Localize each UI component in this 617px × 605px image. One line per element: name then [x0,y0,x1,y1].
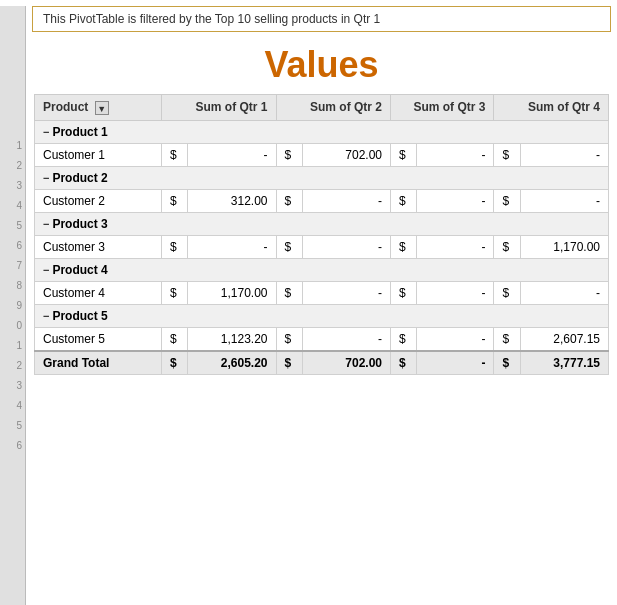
gt-q1-dollar: $ [162,351,188,375]
collapse-icon[interactable]: − [43,126,49,138]
q3-value: - [417,143,494,166]
q2-value: - [302,235,390,258]
gt-q3-dollar: $ [391,351,417,375]
q2-dollar: $ [276,143,302,166]
q1-dollar: $ [162,235,188,258]
table-row: −Product 2 [35,166,609,189]
col-header-q4: Sum of Qtr 4 [494,95,609,121]
col-header-product: Product ▼ [35,95,162,121]
q2-value: - [302,281,390,304]
q4-dollar: $ [494,235,520,258]
q1-dollar: $ [162,143,188,166]
product-label: −Product 5 [35,304,609,327]
q2-value: - [302,189,390,212]
q2-dollar: $ [276,327,302,351]
customer-label: Customer 2 [35,189,162,212]
table-row: −Product 4 [35,258,609,281]
gt-q2-value: 702.00 [302,351,390,375]
q2-dollar: $ [276,235,302,258]
q4-value: - [520,143,608,166]
table-row: −Product 5 [35,304,609,327]
q4-dollar: $ [494,189,520,212]
table-row: Customer 4 $ 1,170.00 $ - $ - $ - [35,281,609,304]
customer-label: Customer 5 [35,327,162,351]
q2-dollar: $ [276,281,302,304]
q1-dollar: $ [162,327,188,351]
customer-label: Customer 3 [35,235,162,258]
product-label: −Product 4 [35,258,609,281]
q1-value: 1,170.00 [188,281,276,304]
notice-text: This PivotTable is filtered by the Top 1… [43,12,380,26]
pivot-table-wrapper: Product ▼ Sum of Qtr 1 Sum of Qtr 2 Sum … [26,94,617,375]
q3-dollar: $ [391,143,417,166]
table-row: Customer 3 $ - $ - $ - $ 1,170.00 [35,235,609,258]
q2-value: 702.00 [302,143,390,166]
customer-label: Customer 4 [35,281,162,304]
col-header-q3: Sum of Qtr 3 [391,95,494,121]
pivot-table: Product ▼ Sum of Qtr 1 Sum of Qtr 2 Sum … [34,94,609,375]
product-label: −Product 2 [35,166,609,189]
q1-value: 312.00 [188,189,276,212]
product-label: −Product 1 [35,120,609,143]
q1-value: - [188,143,276,166]
q4-dollar: $ [494,281,520,304]
q4-dollar: $ [494,143,520,166]
collapse-icon[interactable]: − [43,310,49,322]
q3-value: - [417,327,494,351]
collapse-icon[interactable]: − [43,172,49,184]
q4-value: 2,607.15 [520,327,608,351]
q3-dollar: $ [391,281,417,304]
q3-dollar: $ [391,235,417,258]
table-row: Customer 2 $ 312.00 $ - $ - $ - [35,189,609,212]
product-header-label: Product [43,100,88,114]
table-row: Grand Total $ 2,605.20 $ 702.00 $ - $ 3,… [35,351,609,375]
collapse-icon[interactable]: − [43,218,49,230]
filter-icon[interactable]: ▼ [95,101,109,115]
q4-value: - [520,281,608,304]
q4-dollar: $ [494,327,520,351]
q3-dollar: $ [391,327,417,351]
gt-q4-value: 3,777.15 [520,351,608,375]
q3-value: - [417,281,494,304]
product-label: −Product 3 [35,212,609,235]
q1-value: 1,123.20 [188,327,276,351]
gt-q1-value: 2,605.20 [188,351,276,375]
gt-q3-value: - [417,351,494,375]
q4-value: - [520,189,608,212]
collapse-icon[interactable]: − [43,264,49,276]
title-area: Values [26,32,617,94]
q1-value: - [188,235,276,258]
grand-total-label: Grand Total [35,351,162,375]
q1-dollar: $ [162,189,188,212]
q1-dollar: $ [162,281,188,304]
q3-value: - [417,189,494,212]
col-header-q1: Sum of Qtr 1 [162,95,277,121]
table-row: −Product 1 [35,120,609,143]
pivot-notice: This PivotTable is filtered by the Top 1… [32,6,611,32]
q4-value: 1,170.00 [520,235,608,258]
q2-dollar: $ [276,189,302,212]
col-header-q2: Sum of Qtr 2 [276,95,391,121]
q3-dollar: $ [391,189,417,212]
q2-value: - [302,327,390,351]
page-title: Values [264,44,378,85]
table-row: Customer 1 $ - $ 702.00 $ - $ - [35,143,609,166]
table-row: Customer 5 $ 1,123.20 $ - $ - $ 2,607.15 [35,327,609,351]
table-header-row: Product ▼ Sum of Qtr 1 Sum of Qtr 2 Sum … [35,95,609,121]
gt-q2-dollar: $ [276,351,302,375]
customer-label: Customer 1 [35,143,162,166]
table-row: −Product 3 [35,212,609,235]
gt-q4-dollar: $ [494,351,520,375]
q3-value: - [417,235,494,258]
